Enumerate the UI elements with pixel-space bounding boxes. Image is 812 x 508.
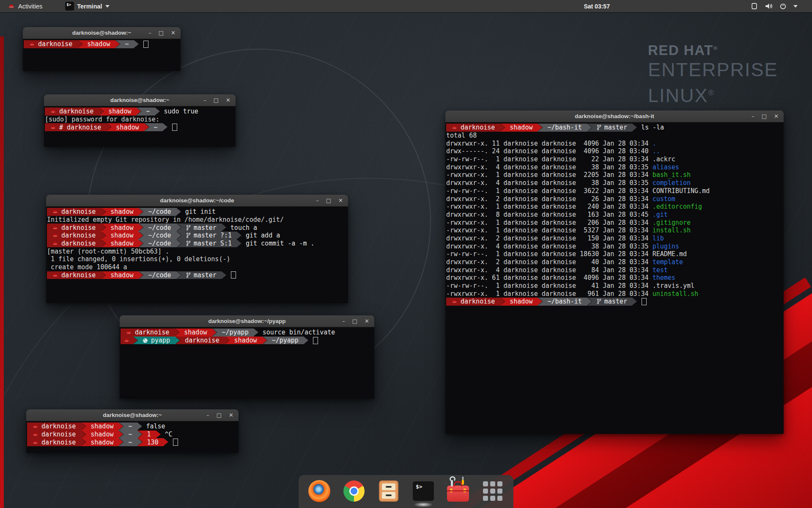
ls-row-name: .editorconfig xyxy=(653,203,702,210)
powerline-separator-icon xyxy=(138,271,143,279)
powerline-segment: darknoise xyxy=(47,208,101,216)
maximize-button[interactable]: □ xyxy=(214,94,219,106)
window-titlebar[interactable]: darknoise@shadow:~–□✕ xyxy=(23,27,181,39)
dock-app-grid-button[interactable] xyxy=(481,480,504,502)
ls-row-meta: drwxrwxr-x. 2 darknoise darknoise 150 Ja… xyxy=(446,235,653,242)
output-line: [sudo] password for darknoise: xyxy=(45,116,235,124)
minimize-button[interactable]: – xyxy=(148,27,151,39)
terminal-cursor xyxy=(231,271,236,279)
segment-label: shadow xyxy=(234,337,257,344)
powerline-segment: darknoise xyxy=(45,108,99,116)
close-button[interactable]: ✕ xyxy=(171,27,176,39)
redhat-prompt-icon xyxy=(451,125,458,130)
powerline-segment: darknoise xyxy=(47,271,101,279)
minimize-button[interactable]: – xyxy=(316,195,319,206)
powerline-separator-icon xyxy=(118,431,123,439)
segment-label: shadow xyxy=(116,124,139,131)
powerline-segment: master xyxy=(181,271,222,279)
powerline-segment: darknoise xyxy=(47,240,101,248)
terminal-cursor xyxy=(642,298,647,305)
terminal-content[interactable]: darknoiseshadow~/codegit initInitialized… xyxy=(46,207,348,303)
segment-label: ~ xyxy=(146,108,150,115)
prompt-line: darknoiseshadow~/codemastertouch a xyxy=(47,224,347,232)
minimize-button[interactable]: – xyxy=(342,315,345,327)
maximize-button[interactable]: □ xyxy=(352,315,357,327)
ls-row-name: CONTRIBUTING.md xyxy=(653,187,710,195)
ls-row-meta: drwxrwxr-x. 2 darknoise darknoise 40 Jan… xyxy=(446,258,653,266)
dock-files-button[interactable] xyxy=(377,480,400,502)
powerline-separator-icon xyxy=(262,337,267,345)
redhat-prompt-icon xyxy=(52,233,58,238)
toolbox-icon xyxy=(447,486,469,502)
close-button[interactable]: ✕ xyxy=(229,409,233,421)
segment-label: darknoise xyxy=(38,40,72,48)
redhat-prompt-icon xyxy=(29,41,35,47)
segment-label: darknoise xyxy=(61,271,96,279)
powerline-segment: shadow xyxy=(105,208,138,216)
window-titlebar[interactable]: darknoise@shadow:~/pyapp–□✕ xyxy=(120,315,374,327)
powerline-segment: 1 xyxy=(142,431,156,439)
app-menu-terminal[interactable]: $> Terminal xyxy=(61,0,113,12)
terminal-content[interactable]: darknoiseshadow~/pyappsource bin/activat… xyxy=(120,327,374,399)
window-titlebar[interactable]: darknoise@shadow:~/bash-it–□✕ xyxy=(445,110,784,122)
command-text: sudo true xyxy=(164,108,198,115)
clock[interactable]: Sat 03:57 xyxy=(584,3,609,10)
powerline-separator-icon xyxy=(133,337,137,345)
terminal-cursor xyxy=(172,124,177,131)
powerline-separator-icon xyxy=(174,329,179,337)
window-title: darknoise@shadow:~/pyapp xyxy=(120,318,374,324)
close-button[interactable]: ✕ xyxy=(774,110,779,122)
app-grid-icon xyxy=(483,481,502,501)
window-titlebar[interactable]: darknoise@shadow:~–□✕ xyxy=(44,94,236,106)
terminal-content[interactable]: darknoiseshadow~ xyxy=(23,39,181,71)
dock-firefox-button[interactable] xyxy=(308,480,331,502)
maximize-button[interactable]: □ xyxy=(762,110,767,122)
segment-label: shadow xyxy=(184,329,207,336)
ls-row-meta: drwxrwxr-x. 4 darknoise darknoise 84 Jan… xyxy=(446,266,653,274)
wordmark-line2: ENTERPRISE xyxy=(648,58,778,81)
maximize-button[interactable]: □ xyxy=(217,409,222,421)
ls-row-meta: drwxrwxr-x. 2 darknoise darknoise 26 Jan… xyxy=(446,195,653,203)
close-button[interactable]: ✕ xyxy=(338,195,343,206)
powerline-separator-icon xyxy=(175,337,180,345)
close-button[interactable]: ✕ xyxy=(226,94,230,106)
powerline-separator-icon xyxy=(176,208,181,216)
window-titlebar[interactable]: darknoise@shadow:~/code–□✕ xyxy=(46,195,348,207)
powerline-segment: darknoise xyxy=(27,422,81,431)
terminal-content[interactable]: darknoiseshadow~/bash-itmasterls -latota… xyxy=(445,122,784,434)
terminal-content[interactable]: darknoiseshadow~falsedarknoiseshadow~1^C… xyxy=(26,421,239,453)
output-line: [master (root-commit) 50bcb63] . xyxy=(47,247,347,255)
drawer xyxy=(382,492,395,499)
activities-button[interactable]: Activities xyxy=(3,0,47,12)
chrome-logo-icon xyxy=(343,480,365,502)
dock-toolbox-button[interactable] xyxy=(447,480,469,502)
system-status-area[interactable] xyxy=(751,3,812,10)
maximize-button[interactable]: □ xyxy=(159,27,164,39)
dock-chrome-button[interactable] xyxy=(343,480,365,502)
powerline-segment: shadow xyxy=(105,224,138,232)
minimize-button[interactable]: – xyxy=(752,110,754,122)
segment-label: ~/pyapp xyxy=(272,337,299,344)
segment-label: # darknoise xyxy=(59,124,101,131)
segment-label: shadow xyxy=(510,124,532,131)
ls-row-name: install.sh xyxy=(653,226,691,234)
minimize-button[interactable]: – xyxy=(203,94,206,106)
window-titlebar[interactable]: darknoise@shadow:~–□✕ xyxy=(26,409,239,421)
minimize-button[interactable]: – xyxy=(206,409,209,421)
terminal-window-t2: darknoise@shadow:~–□✕darknoiseshadow~sud… xyxy=(44,94,236,147)
ls-row-meta: -rwxrwxr-x. 1 darknoise darknoise 2205 J… xyxy=(446,171,653,179)
ls-row-name: bash_it.sh xyxy=(653,171,691,179)
maximize-button[interactable]: □ xyxy=(326,195,331,206)
wallpaper-red-band xyxy=(0,36,4,508)
prompt-line: darknoiseshadow~/bash-itmaster xyxy=(446,298,783,306)
close-button[interactable]: ✕ xyxy=(365,315,369,327)
segment-label: ~ xyxy=(128,439,132,446)
prompt-line: darknoiseshadow~/codemaster ?:1git add a xyxy=(47,232,347,240)
dock-terminal-button[interactable]: $> xyxy=(412,480,435,502)
terminal-cursor xyxy=(143,41,148,48)
ls-row-meta: -rwxrwxr-x. 1 darknoise darknoise 240 Ja… xyxy=(446,203,653,210)
powerline-segment: ~/code xyxy=(143,271,176,279)
terminal-content[interactable]: darknoiseshadow~sudo true[sudo] password… xyxy=(44,106,236,147)
powerline-separator-icon xyxy=(156,431,161,439)
ls-row-name: .ackrc xyxy=(653,155,675,163)
